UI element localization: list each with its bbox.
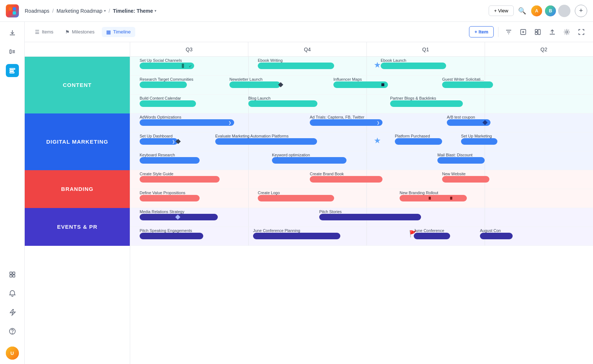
svg-rect-1 — [13, 7, 16, 11]
bar-label: Ad Trials: Capterra, FB, Twitter — [310, 115, 382, 119]
svg-rect-10 — [10, 72, 14, 73]
tab-timeline[interactable]: ▦ Timeline — [102, 27, 135, 37]
breadcrumb-sep2: / — [109, 8, 110, 14]
bar-label: Partner Blogs & Backlinks — [390, 96, 463, 100]
svg-rect-2 — [9, 11, 12, 15]
quarter-q4: Q4 — [248, 42, 366, 56]
gantt-row: Set Up Social Channels ↙ Ebook Writing — [130, 57, 593, 76]
timeline-container: CONTENT DIGITAL MARKETING BRANDING — [25, 42, 593, 364]
gantt-row: Set Up Dashboard ❯ Evaluate Marketing Au… — [130, 132, 593, 151]
quarter-q3: Q3 — [130, 42, 248, 56]
gantt-group-digital: AdWords Optimizations ❯ Ad Trials: Capte… — [130, 113, 593, 170]
group-content-section: CONTENT — [25, 57, 130, 113]
sidebar-bell-icon[interactable] — [6, 287, 19, 300]
bar-label: Create Style Guide — [140, 172, 220, 176]
bar-label: A/B test coupon — [447, 115, 490, 119]
bar-label: AdWords Optimizations — [140, 115, 234, 119]
quarter-q2: Q2 — [485, 42, 593, 56]
sidebar-timeline-icon[interactable] — [6, 64, 19, 77]
bar-label: Keyboard Research — [140, 153, 200, 157]
breadcrumb-middle[interactable]: Marketing Roadmap ▾ — [57, 8, 106, 14]
gantt-group-branding: Create Style Guide Create Brand Book New… — [130, 170, 593, 208]
bar-label: Ebook Writing — [258, 58, 334, 63]
search-icon[interactable]: 🔍 — [518, 7, 526, 15]
svg-point-21 — [566, 31, 568, 33]
svg-rect-0 — [9, 7, 12, 11]
gantt-row: Pitch Speaking Engagements June Conferen… — [130, 227, 593, 246]
items-icon: ☰ — [35, 29, 40, 35]
bar-label: Define Value Propositions — [140, 191, 200, 195]
sidebar-download-icon[interactable] — [6, 26, 19, 39]
filter-icon[interactable] — [503, 26, 514, 38]
milestones-icon: ⚑ — [65, 29, 70, 35]
gantt-group-content: Set Up Social Channels ↙ Ebook Writing — [130, 57, 593, 113]
bar-label: June Conference — [414, 228, 450, 233]
chevron-down-icon2: ▾ — [155, 9, 156, 13]
main-area: U ☰ Items ⚑ Milestones ▦ Timeline — [0, 22, 593, 364]
bar-label: Create Logo — [258, 191, 334, 195]
milestone-star: ★ — [374, 60, 381, 70]
svg-rect-12 — [13, 272, 15, 274]
sidebar-help-icon[interactable] — [6, 325, 19, 338]
breadcrumb-sep1: / — [52, 8, 54, 14]
group-branding-label: BRANDING — [25, 170, 130, 208]
avatar-2[interactable]: B — [544, 5, 557, 17]
tab-items[interactable]: ☰ Items — [31, 27, 58, 37]
bar-label: Build Content Calendar — [140, 96, 196, 100]
bar-label: Ebook Launch — [381, 58, 446, 63]
settings-icon[interactable] — [561, 26, 573, 38]
svg-rect-3 — [13, 11, 16, 15]
group-events-section: EVENTS & PR — [25, 208, 130, 246]
bar-label: Guest Writer Solicitati... — [442, 77, 493, 81]
tab-milestones[interactable]: ⚑ Milestones — [61, 27, 99, 37]
top-bar-actions: + View 🔍 A B + — [489, 5, 587, 17]
view-button[interactable]: + View — [489, 5, 514, 16]
bar-label: New Branding Rollout — [400, 191, 467, 195]
groups-panel: CONTENT DIGITAL MARKETING BRANDING — [25, 42, 130, 364]
export-icon[interactable] — [517, 26, 529, 38]
avatar-3[interactable] — [558, 5, 570, 17]
sidebar-list-icon[interactable] — [6, 45, 19, 58]
bar-label: Pitch Speaking Engagements — [140, 228, 203, 233]
breadcrumb: Roadmaps / Marketing Roadmap ▾ / Timelin… — [25, 8, 156, 14]
svg-rect-9 — [10, 70, 13, 71]
bar-label: Pitch Stories — [319, 209, 421, 214]
add-item-button[interactable]: + Item — [469, 26, 494, 37]
toolbar-separator — [498, 27, 498, 37]
tab-timeline-label: Timeline — [113, 29, 131, 35]
svg-rect-4 — [10, 50, 11, 53]
bar-label: Keyword optimization — [272, 153, 346, 157]
gantt-group-events: Media Relations Strategy Pitch Stories — [130, 208, 593, 246]
quarter-headers: Q3 Q4 Q1 Q2 — [130, 42, 593, 57]
gantt-row: Media Relations Strategy Pitch Stories — [130, 208, 593, 227]
add-user-button[interactable]: + — [575, 5, 587, 17]
milestone-star2: ★ — [374, 136, 381, 145]
svg-rect-20 — [535, 32, 537, 35]
bar-label: Set Up Marketing — [461, 134, 497, 138]
quarter-header-spacer — [25, 42, 130, 57]
upload-icon[interactable] — [546, 26, 558, 38]
gantt-row: Build Content Calendar Blog Launch Partn… — [130, 95, 593, 113]
svg-rect-11 — [10, 272, 12, 274]
svg-rect-19 — [538, 29, 540, 35]
avatar-1[interactable]: A — [530, 5, 543, 17]
breadcrumb-current[interactable]: Timeline: Theme ▾ — [113, 8, 156, 14]
left-sidebar: U — [0, 22, 25, 364]
bar-label: Blog Launch — [248, 96, 317, 100]
gantt-row: Keyboard Research Keyword optimization M… — [130, 151, 593, 170]
bar-label: Newsletter Launch — [229, 77, 280, 81]
layout-icon[interactable] — [532, 26, 544, 38]
sidebar-lightning-icon[interactable] — [6, 306, 19, 319]
sidebar-card-icon[interactable] — [6, 268, 19, 281]
app-logo[interactable] — [6, 4, 19, 17]
group-content-label: CONTENT — [25, 57, 130, 113]
chevron-down-icon: ▾ — [104, 9, 106, 13]
bar-label: Mail Blast: Discount — [437, 153, 485, 157]
fullscreen-icon[interactable] — [576, 26, 587, 38]
user-avatar-sidebar[interactable]: U — [6, 347, 19, 360]
timeline-icon: ▦ — [106, 29, 111, 35]
app-container: Roadmaps / Marketing Roadmap ▾ / Timelin… — [0, 0, 593, 364]
bar-label: Platform Purchased — [395, 134, 442, 138]
breadcrumb-root[interactable]: Roadmaps — [25, 8, 49, 14]
group-branding-section: BRANDING — [25, 170, 130, 208]
